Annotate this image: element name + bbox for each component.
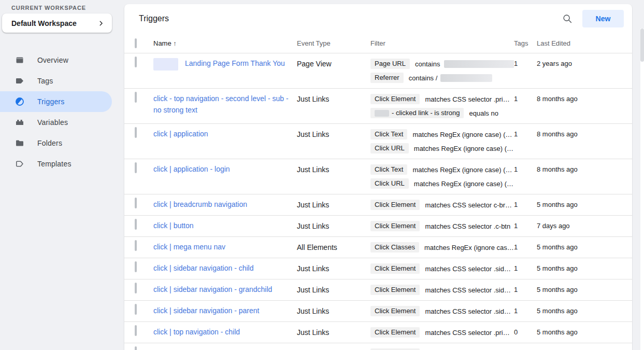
last-edited: 8 months ago [537,128,632,141]
tags-count: 1 [514,58,537,70]
event-type: Just Links [297,262,370,275]
filter-list: Click Elementmatches CSS selector c-br… [370,199,514,211]
select-all-checkbox[interactable] [135,38,137,48]
filter-row: Click Textmatches RegEx (ignore case) (… [370,128,514,141]
sidebar-item-variables[interactable]: Variables [0,112,124,133]
trigger-name-link[interactable]: click | sidebar navigation - grandchild [153,285,272,293]
current-workspace-label: CURRENT WORKSPACE [11,5,124,11]
filter-row: Click Elementmatches CSS selector .pri… [370,347,514,350]
event-type: Just Links [297,199,370,211]
last-edited: 5 months ago [537,284,632,296]
sidebar-item-triggers[interactable]: Triggers [0,91,112,112]
filter-row: Page URLcontains [370,58,514,70]
filter-chip: Click Element [370,221,420,231]
filter-condition: contains / [409,74,438,82]
search-icon[interactable] [557,8,578,29]
event-type: Just Links [297,128,370,141]
filter-chip: Click Element [370,94,420,104]
row-checkbox[interactable] [135,283,137,293]
triggers-icon [15,96,25,107]
workspace-name: Default Workspace [11,19,97,27]
table-row: click | sidebar navigation - parent Just… [124,301,632,322]
table-row: click | sidebar navigation - grandchild … [124,279,632,301]
sidebar: CURRENT WORKSPACE Default Workspace Over… [0,0,124,350]
overview-icon [15,55,25,65]
table-row: click | top navigation - parent Just Lin… [124,343,632,350]
sort-ascending-icon: ↑ [173,39,177,47]
filter-chip: Page URL [370,59,410,69]
row-checkbox[interactable] [135,127,137,138]
row-checkbox[interactable] [135,261,137,272]
row-checkbox[interactable] [135,240,137,251]
trigger-name-link[interactable]: click | sidebar navigation - child [153,264,254,272]
table-row: click | breadcrumb navigation Just Links… [124,194,632,216]
filter-chip: Click Element [370,285,420,295]
trigger-name-link[interactable]: click | breadcrumb navigation [153,200,247,208]
table-row: click | button Just Links Click Elementm… [124,216,632,237]
row-checkbox[interactable] [135,219,137,230]
table-row: Landing Page Form Thank You Page View Pa… [124,53,632,89]
event-type: Just Links [297,326,370,339]
table-row: click - top navigation - second level - … [124,89,632,124]
workspace-selector[interactable]: Default Workspace [2,13,112,33]
filter-condition: matches CSS selector .sid… [425,286,510,294]
filter-row: Click Elementmatches CSS selector .sid… [370,305,514,317]
redacted-text [440,74,492,82]
page-title: Triggers [139,14,169,23]
filter-row: Click Textmatches RegEx (ignore case) (… [370,163,514,176]
row-checkbox[interactable] [135,198,137,208]
last-edited: 5 months ago [537,305,632,317]
trigger-name-link[interactable]: click | sidebar navigation - parent [153,306,259,315]
last-edited: 7 days ago [537,220,632,232]
event-type: Just Links [297,284,370,296]
filter-condition: matches RegEx (ignore case) (… [412,131,512,138]
table-row: click | application Just Links Click Tex… [124,124,632,159]
table-row: click | top navigation - child Just Link… [124,322,632,343]
filter-row: Click Elementmatches CSS selector .pri… [370,326,514,339]
filter-list: Click Elementmatches CSS selector .pri… [370,326,514,339]
last-edited: 5 months ago [537,241,632,254]
folders-icon [15,138,25,148]
templates-icon [15,159,25,169]
sidebar-item-overview[interactable]: Overview [0,50,124,71]
trigger-name-link[interactable]: click | top navigation - child [153,328,240,336]
sidebar-item-tags[interactable]: Tags [0,71,124,91]
row-checkbox[interactable] [135,346,137,350]
new-trigger-button[interactable]: New [582,10,624,27]
last-edited: 2 years ago [537,58,632,70]
trigger-name-link[interactable]: click | application [153,130,208,138]
chevron-right-icon [97,20,105,27]
filter-row: Click URLmatches RegEx (ignore case) (… [370,142,514,155]
trigger-name-link[interactable]: click | mega menu nav [153,243,225,251]
event-type: Just Links [297,305,370,317]
row-checkbox[interactable] [135,57,137,67]
row-checkbox[interactable] [135,92,137,103]
event-type: Just Links [297,220,370,232]
filter-list: Click Elementmatches CSS selector .pri… [370,347,514,350]
sidebar-item-folders[interactable]: Folders [0,133,124,153]
filter-row: Referrercontains / [370,72,514,84]
column-header-last-edited[interactable]: Last Edited [537,39,632,47]
column-header-name[interactable]: Name ↑ [153,39,289,47]
row-checkbox[interactable] [135,304,137,315]
trigger-name-link[interactable]: Landing Page Form Thank You [185,59,285,67]
row-checkbox[interactable] [135,162,137,173]
filter-chip: Click Element [370,327,420,338]
filter-list: Click Elementmatches CSS selector .pri…-… [370,93,514,119]
trigger-name-link[interactable]: click - top navigation - second level - … [153,94,289,114]
sidebar-item-templates[interactable]: Templates [0,153,124,174]
filter-row: Click URLmatches RegEx (ignore case) (… [370,177,514,190]
column-header-event-type[interactable]: Event Type [297,39,370,47]
trigger-name-link[interactable]: click | button [153,221,194,230]
filter-condition: matches RegEx (ignore case) (… [414,145,513,152]
redacted-text [375,110,389,117]
trigger-name-link[interactable]: click | application - login [153,165,230,173]
filter-condition: matches CSS selector .sid… [425,307,510,315]
last-edited: 5 months ago [537,326,632,339]
row-checkbox[interactable] [135,325,137,336]
filter-list: Click Textmatches RegEx (ignore case) (…… [370,163,514,190]
scrollbar-thumb[interactable] [640,29,644,62]
last-edited: 5 months ago [537,347,632,350]
event-type: Page View [297,58,370,70]
scrollbar[interactable] [640,29,644,350]
